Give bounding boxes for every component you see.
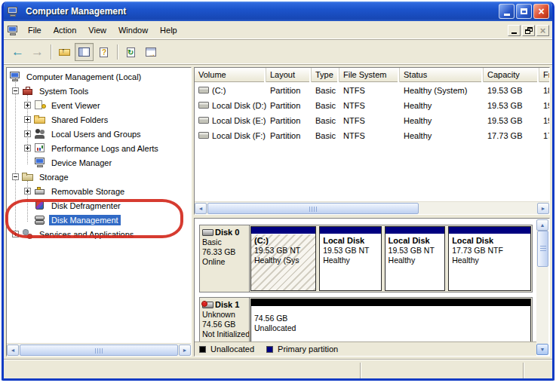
close-icon: × [538, 7, 544, 16]
type-cell: Basic [312, 82, 339, 97]
scrollbar-thumb[interactable] [20, 345, 178, 356]
table-row[interactable]: Local Disk (F:) Partition Basic NTFS Hea… [195, 127, 549, 142]
collapse-toggle[interactable] [12, 173, 19, 180]
scroll-right-icon[interactable]: ► [179, 345, 191, 356]
scrollbar-thumb[interactable] [207, 203, 419, 214]
maximize-button[interactable] [516, 4, 532, 19]
free-cell: 17.6 [539, 127, 550, 142]
menu-action[interactable]: Action [48, 23, 83, 37]
up-one-level-button[interactable] [55, 43, 74, 61]
computer-icon [9, 72, 21, 81]
scroll-down-icon[interactable]: ▼ [536, 344, 548, 355]
scroll-left-icon[interactable]: ◄ [7, 345, 19, 356]
table-row[interactable]: (C:) Partition Basic NTFS Healthy (Syste… [195, 82, 549, 97]
partition-status: Healthy (Sys [254, 256, 300, 265]
column-header-capacity[interactable]: Capacity [484, 68, 539, 82]
menu-file[interactable]: File [22, 23, 48, 37]
disk-1-info[interactable]: Disk 1 Unknown 74.56 GB Not Initialized [200, 298, 250, 345]
tree-item-storage[interactable]: Storage [7, 170, 191, 184]
column-header-status[interactable]: Status [400, 68, 484, 82]
tree-item-system-tools[interactable]: System Tools [7, 84, 191, 98]
partition-c[interactable]: (C:) 19.53 GB NT Healthy (Sys [250, 226, 316, 291]
tree-item-local-users-groups[interactable]: Local Users and Groups [7, 127, 191, 141]
scroll-right-icon[interactable]: ► [537, 203, 549, 214]
back-button[interactable]: ← [8, 43, 27, 61]
menu-help[interactable]: Help [154, 23, 183, 37]
tree-item-label: Device Manager [49, 158, 114, 168]
disk-1-regions: 74.56 GB Unallocated [250, 298, 532, 345]
scroll-left-icon[interactable]: ◄ [195, 203, 207, 214]
tree-item-removable-storage[interactable]: Removable Storage [7, 184, 191, 198]
capacity-cell: 19.53 GB [484, 112, 539, 127]
partition-size: 19.53 GB NT [254, 246, 300, 255]
file-system-cell: NTFS [339, 127, 400, 142]
column-header-layout[interactable]: Layout [266, 68, 312, 82]
tree-item-label: Computer Management (Local) [24, 72, 143, 82]
volume-cell: Local Disk (F:) [195, 127, 266, 142]
expand-toggle[interactable] [24, 116, 31, 123]
export-list-button[interactable] [141, 43, 160, 61]
child-close-icon: × [540, 26, 546, 35]
volume-list-header: Volume Layout Type File System Status Ca… [195, 68, 549, 82]
menu-view[interactable]: View [82, 23, 112, 37]
minimize-button[interactable] [499, 4, 515, 19]
region-label: Unallocated [254, 323, 296, 332]
partition-d[interactable]: Local Disk 19.53 GB NT Healthy [319, 226, 381, 291]
child-window-icon[interactable] [7, 26, 19, 35]
scroll-up-icon[interactable]: ▲ [536, 219, 548, 231]
disk-0-info[interactable]: Disk 0 Basic 76.33 GB Online [200, 225, 250, 292]
forward-button[interactable]: → [28, 43, 47, 61]
column-header-free[interactable]: Free [539, 68, 550, 82]
tree-horizontal-scrollbar[interactable]: ◄ ► [7, 343, 191, 356]
expand-toggle[interactable] [24, 130, 31, 137]
free-cell: 18.1 [539, 82, 550, 97]
expand-toggle[interactable] [24, 102, 31, 109]
partition-e[interactable]: Local Disk 19.53 GB NT Healthy [385, 226, 446, 291]
close-button[interactable]: × [533, 4, 549, 19]
toolbar-separator [51, 44, 51, 60]
child-close-button[interactable]: × [536, 25, 549, 36]
free-cell: 19.4 [539, 97, 550, 112]
event-viewer-icon [34, 100, 46, 110]
primary-partition-bar [449, 227, 530, 234]
tree-item-services-applications[interactable]: Services and Applications [7, 227, 191, 241]
tree-item-shared-folders[interactable]: Shared Folders [7, 112, 191, 127]
menu-window[interactable]: Window [112, 23, 154, 37]
scrollbar-thumb[interactable] [537, 231, 548, 267]
console-tree-pane: Computer Management (Local) System Tools… [6, 67, 192, 357]
tree-item-computer-management[interactable]: Computer Management (Local) [7, 69, 191, 84]
partition-legend: Unallocated Primary partition [195, 341, 536, 356]
tree-item-device-manager[interactable]: Device Manager [7, 155, 191, 170]
partition-size: 19.53 GB NT [323, 246, 369, 255]
table-row[interactable]: Local Disk (D:) Partition Basic NTFS Hea… [195, 97, 549, 112]
status-bar [4, 359, 552, 381]
child-restore-button[interactable] [522, 25, 535, 36]
tree-item-disk-defragmenter[interactable]: Disk Defragmenter [7, 198, 191, 213]
tree-item-label: Shared Folders [49, 115, 110, 125]
console-tree: Computer Management (Local) System Tools… [7, 69, 191, 241]
volume-list-horizontal-scrollbar[interactable]: ◄ ► [195, 201, 549, 214]
properties-button[interactable] [94, 43, 113, 61]
graph-vertical-scrollbar[interactable]: ▲ ▼ [536, 219, 548, 355]
disk-0-row: Disk 0 Basic 76.33 GB Online (C:) 19.53 … [199, 225, 533, 292]
expand-toggle[interactable] [12, 231, 19, 237]
expand-toggle[interactable] [24, 145, 31, 152]
column-header-file-system[interactable]: File System [339, 68, 400, 82]
partition-f[interactable]: Local Disk 17.73 GB NTF Healthy [448, 226, 531, 291]
show-console-tree-button[interactable] [75, 43, 94, 61]
collapse-toggle[interactable] [12, 87, 19, 94]
status-cell: Healthy [400, 97, 484, 112]
column-header-type[interactable]: Type [312, 68, 339, 82]
unallocated-region[interactable]: 74.56 GB Unallocated [250, 299, 531, 344]
disk-error-icon [202, 302, 213, 308]
refresh-button[interactable] [121, 43, 140, 61]
primary-partition-bar [320, 227, 380, 234]
tree-item-event-viewer[interactable]: Event Viewer [7, 98, 191, 112]
expand-toggle[interactable] [24, 188, 31, 194]
table-row[interactable]: Local Disk (E:) Partition Basic NTFS Hea… [195, 112, 549, 127]
tree-item-disk-management[interactable]: Disk Management [7, 213, 191, 227]
tree-item-performance-logs[interactable]: Performance Logs and Alerts [7, 141, 191, 155]
column-header-volume[interactable]: Volume [195, 68, 266, 82]
legend-label-unallocated: Unallocated [210, 345, 254, 354]
child-minimize-button[interactable] [508, 25, 521, 36]
